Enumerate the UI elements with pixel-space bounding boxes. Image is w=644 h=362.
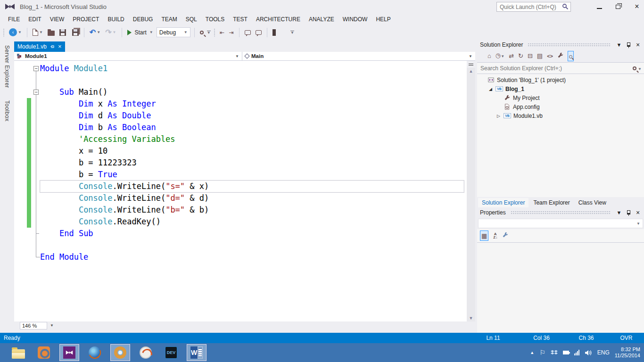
taskbar-dev-app[interactable]: DEV [161,344,181,361]
code-line-11[interactable]: Console.WriteLine("s=" & x) [40,181,464,192]
menu-edit[interactable]: EDIT [24,14,45,25]
code-line-9[interactable]: b = 11223323 [40,157,464,169]
tree-item-solution-blog-1-1-project-[interactable]: Solution 'Blog_1' (1 project) [477,75,644,84]
solution-configuration-select[interactable]: Debug▼ [157,27,190,37]
code-line-10[interactable]: b = True [40,169,464,181]
close-panel-icon[interactable]: × [635,209,641,216]
zoom-level-select[interactable]: 146 % [20,322,47,329]
toolbar-grip[interactable] [3,28,5,37]
code-line-1[interactable]: Module Module1 [40,63,464,74]
dropbox-icon[interactable] [551,350,558,355]
indent-button[interactable]: ⇤ [218,29,226,36]
menu-project[interactable]: PROJECT [68,14,103,25]
search-options-icon[interactable]: ▼ [638,67,642,71]
menu-test[interactable]: TEST [229,14,252,25]
close-panel-icon[interactable]: × [635,41,641,49]
language-indicator[interactable]: ENG [597,349,610,356]
menu-view[interactable]: VIEW [46,14,69,25]
collapse-all-icon[interactable]: ⊟ [528,52,533,60]
outdent-button[interactable]: ⇥ [228,29,235,36]
search-icon[interactable] [562,3,569,10]
window-position-icon[interactable]: ▼ [616,42,622,48]
code-line-2[interactable] [40,74,464,86]
toolbar-overflow-button-2[interactable]: ▼ [290,31,294,34]
navigate-back-button[interactable]: ‹▼ [8,27,23,37]
code-line-7[interactable]: 'Accessing Variables [40,133,464,145]
status-character[interactable]: Ch 36 [564,335,609,341]
taskbar-firefox[interactable] [85,344,105,361]
preview-selected-items-icon[interactable] [568,51,574,61]
auto-hide-pin-icon[interactable] [625,42,632,48]
network-signal-icon[interactable] [574,350,579,355]
pending-changes-filter-icon[interactable]: ◷▼ [495,52,504,60]
taskbar-word[interactable]: W [187,344,206,361]
tree-item-blog-1[interactable]: ◢VBBlog_1 [477,84,644,93]
expander-expanded-icon[interactable]: ◢ [488,87,493,91]
code-line-3[interactable]: Sub Main() [40,86,464,98]
sort-alphabetical-icon[interactable]: AZ↓ [493,232,497,239]
start-debug-button[interactable]: Start ▼ [126,28,155,37]
redo-button[interactable]: ↷▼ [104,28,117,37]
code-line-13[interactable]: Console.WriteLine("b=" & b) [40,204,464,216]
minimize-button[interactable] [596,3,603,10]
sidebar-tab-toolbox[interactable]: Toolbox [4,100,10,122]
view-code-icon[interactable]: <> [547,52,553,60]
menu-architecture[interactable]: ARCHITECTURE [252,14,305,25]
tab-module1-vb[interactable]: Module1.vb × [14,41,65,52]
save-button[interactable] [58,28,67,37]
member-dropdown[interactable]: Main ▼ [242,52,475,60]
volume-icon[interactable] [585,350,592,356]
menu-window[interactable]: WINDOW [339,14,372,25]
new-file-button[interactable]: ▼ [31,28,44,37]
quick-launch-input[interactable] [496,2,571,12]
taskbar-browser[interactable] [110,344,130,361]
taskbar-file-explorer[interactable] [8,344,28,361]
status-overwrite-mode[interactable]: OVR [609,335,644,341]
battery-icon[interactable] [563,351,569,354]
scroll-up-icon[interactable]: ▲ [469,68,473,74]
close-button[interactable]: × [634,2,640,11]
panel-tab-class-view[interactable]: Class View [575,198,610,207]
menu-file[interactable]: FILE [4,14,24,25]
window-position-icon[interactable]: ▼ [616,210,622,215]
vertical-scrollbar[interactable]: ▲ ▼ [467,61,475,321]
taskbar-clock[interactable]: 8:32 PM 11/25/2014 [615,346,640,359]
uncomment-button[interactable] [254,29,263,36]
scroll-down-icon[interactable]: ▼ [469,315,473,321]
code-line-8[interactable]: x = 10 [40,145,464,157]
zoom-dropdown-icon[interactable]: ▼ [48,322,56,329]
tree-item-my-project[interactable]: My Project [477,93,644,102]
menu-tools[interactable]: TOOLS [201,14,229,25]
status-line[interactable]: Ln 11 [467,335,519,341]
menu-build[interactable]: BUILD [103,14,128,25]
auto-hide-pin-icon[interactable] [625,210,632,215]
code-line-16[interactable] [40,239,464,251]
restore-button[interactable] [615,3,621,10]
menu-sql[interactable]: SQL [182,14,201,25]
show-hidden-icons[interactable]: ▲ [530,350,534,355]
taskbar-messenger-app[interactable] [34,344,54,361]
action-center-flag-icon[interactable]: ⚐ [539,349,545,356]
solution-explorer-search[interactable]: ▼ [477,62,644,74]
tree-item-module1-vb[interactable]: ▷VBModule1.vb [477,111,644,120]
save-all-button[interactable] [69,28,80,37]
show-all-files-icon[interactable]: ▤ [537,52,543,60]
tab-close-icon[interactable]: × [58,44,62,49]
status-column[interactable]: Col 36 [519,335,564,341]
menu-analyze[interactable]: ANALYZE [305,14,339,25]
property-pages-icon[interactable] [502,231,508,240]
comment-button[interactable] [243,29,252,36]
solution-explorer-search-input[interactable] [478,63,644,74]
quick-launch[interactable] [496,2,571,12]
code-line-5[interactable]: Dim d As Double [40,110,464,122]
menu-debug[interactable]: DEBUG [129,14,157,25]
code-line-6[interactable]: Dim b As Boolean [40,122,464,133]
refresh-icon[interactable]: ↻ [518,52,523,60]
sync-selection-icon[interactable]: ⇄ [509,52,514,60]
home-icon[interactable]: ⌂ [487,52,491,60]
pin-icon[interactable] [50,44,55,49]
code-line-14[interactable]: Console.ReadKey() [40,216,464,228]
search-icon[interactable] [633,66,636,70]
categorized-icon[interactable]: ▦ [480,230,488,241]
properties-object-select[interactable]: ▼ [477,218,644,229]
